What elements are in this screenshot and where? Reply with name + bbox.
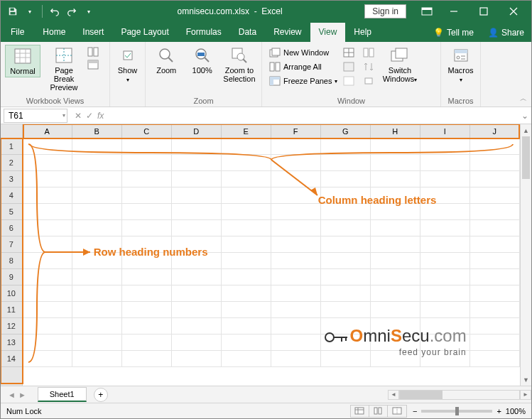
cell[interactable] — [371, 204, 420, 220]
cell[interactable] — [271, 269, 321, 285]
cell[interactable] — [420, 318, 470, 334]
cell[interactable] — [371, 318, 420, 334]
normal-view-button[interactable]: Normal — [5, 45, 40, 77]
zoom-100-button[interactable]: 100% — [185, 45, 218, 76]
cell[interactable] — [72, 204, 122, 220]
ribbon-options-icon[interactable] — [415, 1, 439, 22]
cell[interactable] — [72, 269, 122, 285]
view-normal-icon[interactable] — [351, 406, 369, 417]
tab-scroll-left-icon[interactable]: ◄ — [8, 391, 16, 399]
cell[interactable] — [371, 138, 420, 155]
cell[interactable] — [172, 269, 222, 285]
cell[interactable] — [72, 171, 122, 187]
zoom-percent[interactable]: 100% — [506, 407, 526, 415]
collapse-ribbon-icon[interactable]: ︿ — [520, 94, 527, 104]
zoom-button[interactable]: Zoom — [150, 45, 183, 76]
save-icon[interactable] — [6, 5, 19, 18]
cell[interactable] — [371, 302, 420, 318]
cell[interactable] — [321, 171, 371, 187]
tab-home[interactable]: Home — [34, 23, 74, 42]
cell[interactable] — [222, 220, 271, 236]
cell[interactable] — [122, 302, 172, 318]
view-page-break-icon[interactable] — [388, 406, 406, 417]
cell[interactable] — [23, 351, 72, 367]
cell[interactable] — [321, 204, 371, 220]
cell[interactable] — [172, 155, 222, 171]
cell[interactable] — [271, 334, 321, 351]
cell[interactable] — [321, 220, 371, 236]
cell[interactable] — [72, 220, 122, 236]
cell[interactable] — [420, 236, 470, 253]
vertical-scrollbar[interactable]: ▲ ▼ — [520, 124, 531, 386]
cell[interactable] — [122, 155, 172, 171]
cell[interactable] — [420, 334, 470, 351]
cell[interactable] — [122, 204, 172, 220]
cell[interactable] — [222, 334, 271, 351]
cell[interactable] — [23, 253, 72, 269]
expand-formula-bar-icon[interactable]: ⌄ — [519, 111, 531, 121]
zoom-slider[interactable] — [421, 410, 492, 413]
share-button[interactable]: 👤Share — [481, 23, 531, 42]
cell[interactable] — [371, 269, 420, 285]
cell[interactable] — [321, 318, 371, 334]
cell[interactable] — [420, 302, 470, 318]
cell[interactable] — [371, 155, 420, 171]
cell[interactable] — [222, 187, 271, 204]
cell[interactable] — [23, 204, 72, 220]
show-button[interactable]: Show▾ — [114, 45, 141, 85]
vscroll-thumb[interactable] — [522, 136, 530, 179]
hide-button[interactable] — [340, 60, 357, 73]
cell[interactable] — [172, 318, 222, 334]
cell[interactable] — [420, 187, 470, 204]
enter-formula-icon[interactable]: ✓ — [86, 111, 93, 121]
cell[interactable] — [420, 220, 470, 236]
row-header[interactable]: 12 — [1, 318, 22, 334]
cell[interactable] — [271, 302, 321, 318]
cell[interactable] — [321, 187, 371, 204]
cell[interactable] — [271, 253, 321, 269]
cell[interactable] — [271, 318, 321, 334]
minimize-icon[interactable] — [439, 1, 469, 22]
cell[interactable] — [222, 236, 271, 253]
page-layout-icon[interactable] — [87, 46, 99, 58]
cancel-formula-icon[interactable]: ✕ — [75, 111, 82, 121]
cell[interactable] — [371, 187, 420, 204]
cell[interactable] — [172, 351, 222, 367]
cell[interactable] — [122, 351, 172, 367]
cell[interactable] — [122, 253, 172, 269]
cell[interactable] — [321, 351, 371, 367]
cell[interactable] — [420, 285, 470, 302]
column-header[interactable]: H — [371, 124, 420, 138]
cell[interactable] — [23, 334, 72, 351]
new-sheet-button[interactable]: + — [94, 388, 108, 402]
zoom-out-button[interactable]: − — [413, 407, 417, 415]
horizontal-scrollbar[interactable]: ◄ ► — [388, 390, 531, 400]
cell[interactable] — [321, 236, 371, 253]
tell-me-button[interactable]: 💡Tell me — [426, 23, 481, 42]
cell[interactable] — [470, 302, 520, 318]
namebox-dropdown-icon[interactable]: ▾ — [63, 112, 65, 119]
cell[interactable] — [470, 318, 520, 334]
unhide-button[interactable] — [340, 75, 357, 87]
cell[interactable] — [271, 204, 321, 220]
tab-insert[interactable]: Insert — [74, 23, 112, 42]
tab-formulas[interactable]: Formulas — [178, 23, 230, 42]
cell[interactable] — [321, 253, 371, 269]
qat-customize-icon[interactable]: ▾ — [23, 5, 36, 18]
tab-scroll-right-icon[interactable]: ► — [18, 391, 26, 399]
cell[interactable] — [470, 155, 520, 171]
cell[interactable] — [420, 138, 470, 155]
cell[interactable] — [122, 236, 172, 253]
cell[interactable] — [172, 302, 222, 318]
cell[interactable] — [271, 236, 321, 253]
cell[interactable] — [122, 318, 172, 334]
cell[interactable] — [172, 187, 222, 204]
cell[interactable] — [371, 351, 420, 367]
row-header[interactable]: 3 — [1, 171, 22, 187]
view-page-layout-icon[interactable] — [369, 406, 388, 417]
qat-dropdown-icon[interactable]: ▾ — [82, 5, 95, 18]
cell[interactable] — [470, 269, 520, 285]
column-header[interactable]: C — [122, 124, 172, 138]
cell[interactable] — [172, 171, 222, 187]
cell[interactable] — [420, 253, 470, 269]
